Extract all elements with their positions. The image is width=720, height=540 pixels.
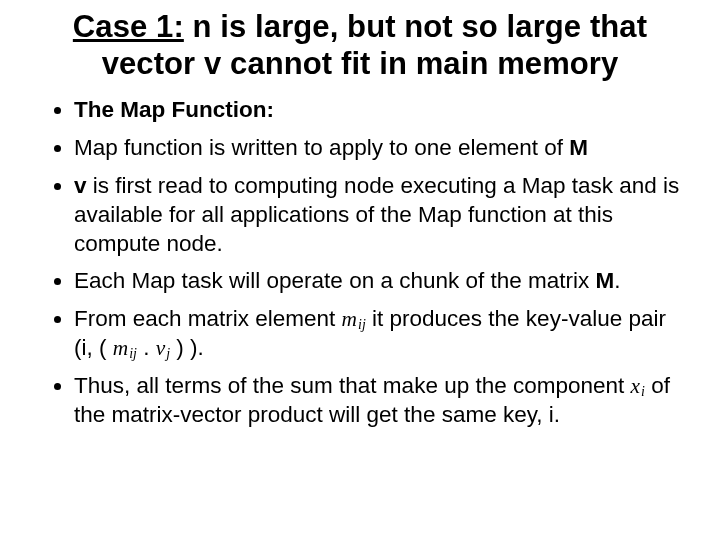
bullet-map-apply: Map function is written to apply to one … — [74, 134, 682, 163]
text: Thus, all terms of the sum that make up … — [74, 373, 631, 398]
text: Map function is written to apply to one … — [74, 135, 569, 160]
var-m: m — [342, 307, 357, 331]
text: . — [137, 335, 156, 360]
var-m: M — [596, 268, 615, 293]
slide: Case 1: n is large, but not so large tha… — [0, 0, 720, 540]
text: From each matrix element — [74, 306, 342, 331]
text: Each Map task will operate on a chunk of… — [74, 268, 596, 293]
text: The Map Function: — [74, 97, 274, 122]
var-m: m — [113, 336, 128, 360]
bullet-map-function: The Map Function: — [74, 96, 682, 125]
bullet-kv-pair: From each matrix element mij it produces… — [74, 305, 682, 363]
sub-ij: ij — [128, 346, 137, 361]
sub-ij: ij — [357, 317, 366, 332]
bullet-v-read: v is first read to computing node execut… — [74, 172, 682, 258]
var-m: M — [569, 135, 588, 160]
bullet-map-chunk: Each Map task will operate on a chunk of… — [74, 267, 682, 296]
var-v: v — [156, 336, 165, 360]
title-case-label: Case 1: — [73, 9, 184, 44]
title-rest: n is large, but not so large that vector… — [102, 9, 648, 81]
text: . — [614, 268, 620, 293]
var-v: v — [74, 173, 87, 198]
bullet-list: The Map Function: Map function is writte… — [28, 96, 692, 429]
var-x: x — [631, 374, 640, 398]
slide-title: Case 1: n is large, but not so large tha… — [36, 8, 684, 82]
text: is first read to computing node executin… — [74, 173, 679, 256]
text: ) ). — [170, 335, 204, 360]
bullet-same-key: Thus, all terms of the sum that make up … — [74, 372, 682, 430]
